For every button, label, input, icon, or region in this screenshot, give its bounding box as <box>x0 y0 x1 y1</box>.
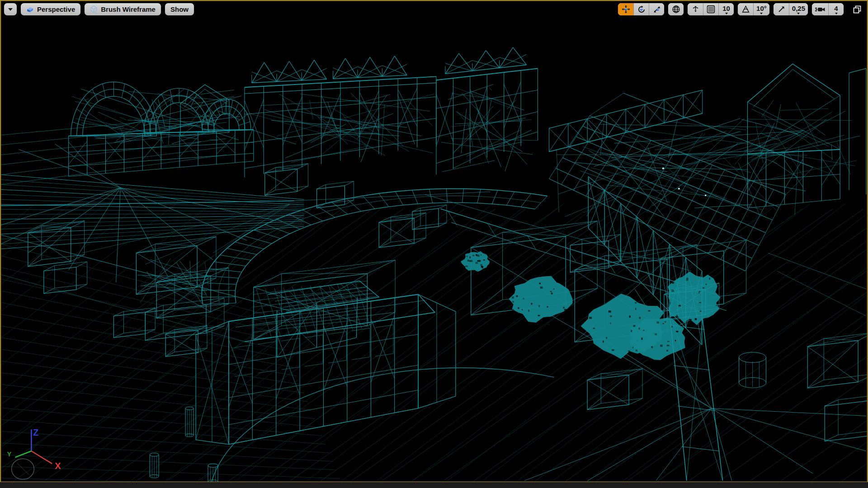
surface-snap-icon <box>691 5 700 14</box>
wireframe-cube-icon <box>90 5 98 13</box>
grid-snap-icon <box>707 5 715 14</box>
viewport-frame: Z X Y Perspective Brush Wiref <box>0 0 868 483</box>
dropdown-arrow-icon <box>8 7 13 12</box>
scale-tool-icon <box>653 5 661 14</box>
world-space-toggle-button[interactable] <box>668 3 684 15</box>
coordinate-space-group <box>668 3 684 16</box>
rotation-snap-group: 10° <box>737 3 770 16</box>
camera-speed-group: 4 <box>811 3 844 16</box>
dropdown-caret-icon <box>760 13 763 14</box>
scale-snap-toggle-button[interactable] <box>774 3 789 15</box>
camera-speed-icon <box>815 5 826 14</box>
globe-icon <box>672 5 680 14</box>
scale-snap-icon <box>777 5 785 14</box>
grid-snap-group: 10 <box>687 3 734 16</box>
show-label: Show <box>170 5 189 13</box>
camera-speed-button[interactable] <box>812 3 828 15</box>
rotation-snap-icon <box>741 5 750 14</box>
viewport-toolbar: Perspective Brush Wireframe Show <box>4 3 863 16</box>
camera-mode-label: Perspective <box>37 5 75 13</box>
rotation-snap-toggle-button[interactable] <box>738 3 753 15</box>
view-mode-button[interactable]: Brush Wireframe <box>84 3 161 16</box>
camera-mode-button[interactable]: Perspective <box>20 3 81 16</box>
dropdown-caret-icon <box>835 13 838 14</box>
rotation-snap-value-button[interactable]: 10° <box>753 3 769 15</box>
viewport-scene[interactable] <box>1 1 867 482</box>
transform-tools-group <box>618 3 665 16</box>
perspective-icon <box>26 5 34 13</box>
grid-snap-toggle-button[interactable] <box>703 3 718 15</box>
viewport-options-dropdown-button[interactable] <box>4 3 17 16</box>
toolbar-right-cluster: 10 10° <box>618 3 863 16</box>
window-bottom-edge <box>0 482 868 488</box>
move-tool-icon <box>622 5 630 14</box>
toolbar-left-cluster: Perspective Brush Wireframe Show <box>4 3 194 16</box>
rotate-tool-button[interactable] <box>633 3 649 15</box>
dropdown-caret-icon <box>725 13 728 14</box>
scale-snap-value-button[interactable]: 0,25 <box>789 3 808 15</box>
maximize-viewport-icon <box>853 5 862 14</box>
scale-tool-button[interactable] <box>649 3 664 15</box>
surface-snap-button[interactable] <box>688 3 703 15</box>
view-mode-label: Brush Wireframe <box>101 5 156 13</box>
show-flags-button[interactable]: Show <box>165 3 194 16</box>
maximize-viewport-button[interactable] <box>852 4 863 15</box>
camera-speed-value-button[interactable]: 4 <box>828 3 844 15</box>
scale-snap-group: 0,25 <box>773 3 808 16</box>
rotate-tool-icon <box>637 5 646 14</box>
dropdown-caret-icon <box>797 13 800 14</box>
grid-snap-value-button[interactable]: 10 <box>718 3 734 15</box>
move-tool-button[interactable] <box>618 3 633 15</box>
